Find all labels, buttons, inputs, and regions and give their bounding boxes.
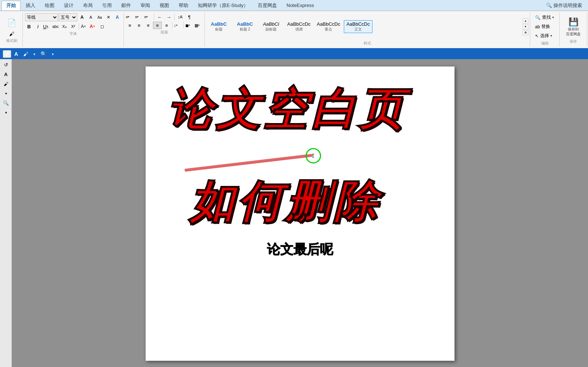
lp-A-btn[interactable]: A bbox=[1, 70, 11, 78]
format-painter-label: 格式刷 bbox=[6, 38, 17, 43]
font-name-select[interactable]: 等线 bbox=[25, 13, 58, 21]
styles-down-btn[interactable]: ▾ bbox=[523, 24, 528, 29]
format-painter-section: 📄 🖌 格式刷 bbox=[1, 12, 23, 47]
text-effect-btn[interactable]: A bbox=[113, 13, 121, 21]
change-case-btn[interactable]: Aa bbox=[96, 13, 104, 21]
style-normal[interactable]: AaBbCcDc 正文 bbox=[344, 20, 373, 33]
lp-search-btn[interactable]: 🔍 bbox=[1, 99, 11, 107]
clear-format-btn[interactable]: ✕ bbox=[104, 13, 113, 21]
tab-mail[interactable]: 邮件 bbox=[117, 1, 135, 10]
font-section: 等线 五号 A A Aa ✕ A B I U▾ abc X₂ X² A▾ bbox=[23, 12, 124, 47]
underline-btn[interactable]: U▾ bbox=[43, 22, 51, 30]
qa-letter-A[interactable]: A bbox=[13, 50, 20, 58]
format-painter-btn[interactable]: 🖌 bbox=[7, 30, 17, 37]
select-dropdown-icon: ▾ bbox=[550, 34, 552, 37]
tab-draw[interactable]: 绘图 bbox=[40, 1, 59, 10]
paragraph-section: ≡▾ ≡▾ ≡▾ ← → ↕A ¶ ≡ ≡ ≡ ≡ ≡ ↕▾ ◼▾ ▦▾ bbox=[124, 12, 205, 47]
new-doc-btn[interactable]: 📄 bbox=[5, 16, 18, 29]
cursor-area: Ī bbox=[168, 141, 432, 177]
bullets-btn[interactable]: ≡▾ bbox=[125, 13, 134, 21]
ribbon: 开始 插入 绘图 设计 布局 引用 邮件 审阅 视图 帮助 知网研学（原E-St… bbox=[0, 0, 588, 59]
qa-paint-icon[interactable]: 🖌 bbox=[21, 50, 30, 58]
lp-undo-btn[interactable]: ↺ bbox=[1, 61, 11, 69]
border-btn[interactable]: ◻ bbox=[98, 22, 106, 30]
page-area: 论文空白页 Ī bbox=[12, 59, 588, 367]
font-size-select[interactable]: 五号 bbox=[59, 13, 77, 21]
paragraph-section-label: 段落 bbox=[125, 30, 203, 35]
tab-design[interactable]: 设计 bbox=[60, 1, 78, 10]
tab-search-help[interactable]: 🔍 操作说明搜索 bbox=[542, 1, 587, 10]
align-right-btn[interactable]: ≡ bbox=[144, 22, 153, 29]
justify-btn[interactable]: ≡ bbox=[153, 22, 162, 29]
find-dropdown-icon: ▾ bbox=[552, 16, 554, 19]
qa-search-icon[interactable]: 🔍 bbox=[39, 50, 49, 58]
italic-btn[interactable]: I bbox=[34, 22, 42, 30]
save-section-label: 保存 bbox=[570, 39, 577, 44]
tab-review[interactable]: 审阅 bbox=[136, 1, 154, 10]
subscript-btn[interactable]: X₂ bbox=[60, 22, 68, 30]
align-center-btn[interactable]: ≡ bbox=[135, 22, 143, 29]
text-cursor-circle: Ī bbox=[306, 148, 321, 163]
lp-dropdown-btn[interactable]: ▾ bbox=[1, 89, 11, 97]
tab-zhiwang[interactable]: 知网研学（原E-Study） bbox=[193, 1, 253, 10]
tab-layout[interactable]: 布局 bbox=[79, 1, 97, 10]
highlight-btn[interactable]: A▾ bbox=[81, 22, 89, 30]
show-marks-btn[interactable]: ¶ bbox=[185, 13, 194, 21]
main-toolbar: 📄 🖌 格式刷 等线 五号 A A Aa ✕ A bbox=[0, 11, 588, 49]
qa-dropdown-arrow[interactable]: ▾ bbox=[32, 51, 37, 57]
search-icon: 🔍 bbox=[546, 3, 552, 8]
left-panel: ↺ A 🖌 ▾ 🔍 ▾ bbox=[0, 59, 12, 367]
qa-more-arrow[interactable]: ▾ bbox=[50, 51, 56, 57]
shading-btn[interactable]: ◼▾ bbox=[185, 22, 194, 29]
cursor-symbol: Ī bbox=[312, 153, 315, 159]
svg-line-0 bbox=[186, 155, 311, 170]
quick-access-toolbar: ↺ A 🖌 ▾ 🔍 ▾ bbox=[0, 49, 588, 59]
tab-start[interactable]: 开始 bbox=[1, 1, 21, 10]
select-icon: ↖ bbox=[535, 33, 539, 39]
tab-ref[interactable]: 引用 bbox=[98, 1, 116, 10]
save-label: 保存到 百度网盘 bbox=[566, 27, 581, 36]
multilevel-btn[interactable]: ≡▾ bbox=[144, 13, 153, 21]
tab-baidu[interactable]: 百度网盘 bbox=[253, 1, 281, 10]
sort-btn[interactable]: ↕A bbox=[176, 13, 185, 21]
find-icon: 🔍 bbox=[535, 15, 541, 20]
borders-btn[interactable]: ▦▾ bbox=[194, 22, 203, 29]
styles-section: AaBbC 标题 AaBbC 标题 2 AaBbCi 副标题 AaBbCcDc … bbox=[205, 12, 530, 47]
lp-paint-btn[interactable]: 🖌 bbox=[1, 80, 11, 88]
page-title-line2: 如何删除 bbox=[168, 177, 432, 226]
superscript-btn[interactable]: X² bbox=[69, 22, 77, 30]
find-btn[interactable]: 🔍 查找 ▾ bbox=[532, 13, 557, 22]
qa-undo-btn[interactable]: ↺ bbox=[3, 50, 11, 58]
decrease-font-btn[interactable]: A bbox=[87, 13, 95, 21]
align-left-btn[interactable]: ≡ bbox=[125, 22, 134, 29]
save-icon: 💾 bbox=[569, 17, 578, 27]
edit-section-label: 编辑 bbox=[532, 41, 557, 46]
numbering-btn[interactable]: ≡▾ bbox=[135, 13, 143, 21]
styles-up-btn[interactable]: ▴ bbox=[523, 18, 528, 24]
replace-btn[interactable]: ab 替换 bbox=[532, 22, 557, 31]
font-color-btn[interactable]: A▾ bbox=[89, 22, 97, 30]
save-baidu-btn[interactable]: 💾 保存到 百度网盘 bbox=[563, 15, 584, 38]
tab-view[interactable]: 视图 bbox=[155, 1, 174, 10]
lp-more-btn[interactable]: ▾ bbox=[1, 108, 11, 116]
style-subtitle[interactable]: AaBbCi 副标题 bbox=[259, 20, 284, 33]
line-spacing-btn[interactable]: ↕▾ bbox=[174, 22, 182, 29]
styles-expand-btn[interactable]: ⊕ bbox=[523, 30, 528, 35]
increase-indent-btn[interactable]: → bbox=[164, 13, 173, 21]
style-heading1[interactable]: AaBbC 标题 bbox=[206, 20, 231, 33]
styles-scroll: ▴ ▾ ⊕ bbox=[523, 18, 528, 35]
style-heading2[interactable]: AaBbC 标题 2 bbox=[232, 20, 257, 33]
increase-font-btn[interactable]: A bbox=[78, 13, 86, 21]
distributed-btn[interactable]: ≡ bbox=[162, 22, 171, 29]
tab-insert[interactable]: 插入 bbox=[21, 1, 40, 10]
document-page: 论文空白页 Ī bbox=[146, 66, 455, 361]
tab-help[interactable]: 帮助 bbox=[174, 1, 193, 10]
strikethrough-btn[interactable]: abc bbox=[51, 22, 60, 30]
decrease-indent-btn[interactable]: ← bbox=[155, 13, 164, 21]
select-btn[interactable]: ↖ 选择 ▾ bbox=[532, 32, 557, 40]
tab-noteexpress[interactable]: NoteExpress bbox=[282, 1, 318, 10]
bold-btn[interactable]: B bbox=[25, 22, 33, 30]
style-important[interactable]: AaBbCcDc 要点 bbox=[314, 20, 343, 33]
style-emphasis[interactable]: AaBbCcDc 强调 bbox=[285, 20, 313, 33]
arrow-svg bbox=[168, 141, 432, 177]
